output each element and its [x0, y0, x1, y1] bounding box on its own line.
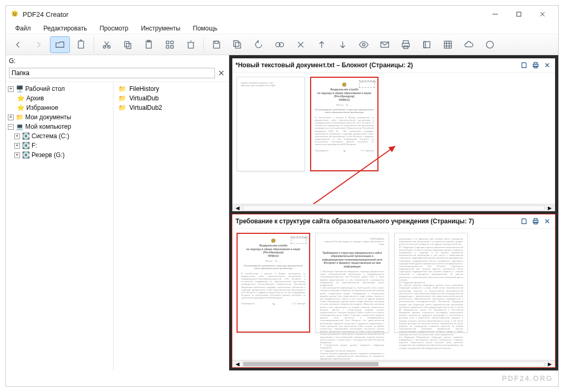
svg-rect-35 [534, 63, 537, 65]
minimize-button[interactable] [483, 7, 507, 22]
list-item[interactable]: 📁VirtualDub [117, 94, 225, 103]
svg-rect-14 [166, 41, 169, 44]
left-panel: G: +🖥️Рабочий стол ⭐Архив ⭐Избранное +📁М… [6, 55, 229, 370]
svg-point-0 [12, 11, 18, 17]
back-button[interactable] [8, 36, 28, 53]
preview-button[interactable] [354, 36, 374, 53]
svg-rect-10 [125, 42, 129, 47]
doc1-body[interactable]: Кирилл котировал документ листДоступен д… [232, 73, 555, 204]
doc1-title: *Новый текстовый документ.txt – Блокнот … [235, 61, 413, 69]
tree-desktop[interactable]: +🖥️Рабочий стол [7, 84, 112, 94]
doc1-close-icon[interactable] [542, 60, 552, 70]
forward-button[interactable] [29, 36, 49, 53]
svg-point-21 [363, 43, 365, 46]
stamp-icon: ЗАРЕГИСТРИРОВАНО [291, 236, 306, 244]
up-button[interactable] [312, 36, 332, 53]
ring-button[interactable] [480, 36, 500, 53]
svg-rect-26 [424, 42, 430, 48]
svg-rect-11 [127, 43, 131, 48]
maximize-button[interactable] [507, 7, 530, 22]
copy-button[interactable] [118, 36, 138, 53]
tree-mycomp[interactable]: −💻Мой компьютер [7, 122, 112, 131]
document-pane-2: Требование к структуре сайта образовател… [232, 214, 555, 367]
svg-rect-18 [215, 41, 219, 43]
svg-rect-28 [444, 41, 451, 48]
svg-rect-4 [517, 12, 521, 16]
doc2-save-icon[interactable] [519, 216, 529, 226]
doc2-head: Требование к структуре сайта образовател… [232, 214, 555, 229]
svg-rect-25 [404, 46, 408, 48]
list-item[interactable]: 📁FileHistory [117, 84, 225, 94]
doc1-scrollbar[interactable]: ◄ ► [232, 204, 555, 211]
scroll-right-icon[interactable]: ► [547, 360, 553, 368]
window-controls [483, 7, 554, 22]
menu-edit[interactable]: Редактировать [38, 24, 93, 33]
list-item[interactable]: 📁VirtualDub2 [117, 103, 225, 112]
svg-rect-7 [78, 41, 84, 48]
menu-tools[interactable]: Инструменты [136, 24, 186, 33]
tree-reserve-g[interactable]: +💽Резерв (G:) [7, 150, 112, 160]
print-button[interactable] [396, 36, 416, 53]
svg-rect-39 [534, 219, 537, 221]
doc1-page-2[interactable]: ЗАРЕГИСТРИРОВАНО Федеральная службапо на… [310, 77, 378, 171]
doc2-print-icon[interactable] [531, 216, 540, 226]
doc2-scrollbar[interactable]: ◄ ► [232, 360, 555, 367]
tree-system-c[interactable]: +💽Система (C:) [7, 131, 112, 141]
save-button[interactable] [207, 36, 227, 53]
doc2-page-2[interactable]: УТВЕРЖДЕНЫприказом Рособрнадзора по надз… [315, 233, 389, 333]
doc2-title: Требование к структуре сайта образовател… [235, 218, 474, 225]
scroll-left-icon[interactable]: ◄ [234, 204, 241, 212]
rotate-left-button[interactable] [249, 36, 269, 53]
fax-button[interactable] [417, 36, 437, 53]
window-title: PDF24 Creator [23, 11, 68, 18]
doc1-save-icon[interactable] [519, 60, 529, 70]
cancel-button[interactable] [291, 36, 311, 53]
svg-rect-16 [166, 45, 169, 48]
close-button[interactable] [530, 7, 554, 22]
grid-button[interactable] [160, 36, 180, 53]
down-button[interactable] [333, 36, 353, 53]
menu-file[interactable]: Файл [10, 24, 36, 33]
app-icon [10, 9, 19, 20]
svg-rect-15 [171, 41, 173, 44]
menu-view[interactable]: Просмотр [94, 24, 134, 33]
app-window: PDF24 Creator Файл Редактировать Просмот… [5, 5, 559, 387]
main-area: G: +🖥️Рабочий стол ⭐Архив ⭐Избранное +📁М… [6, 55, 558, 370]
paste-button[interactable] [139, 36, 159, 53]
folder-dropdown[interactable] [9, 68, 215, 78]
tree-archive[interactable]: ⭐Архив [7, 94, 112, 103]
folder-tree[interactable]: +🖥️Рабочий стол ⭐Архив ⭐Избранное +📁Мои … [6, 82, 114, 370]
close-icon[interactable] [217, 69, 225, 77]
rotate-both-button[interactable] [270, 36, 290, 53]
doc2-page-3[interactable]: организации о ее филиалах при наличии ме… [394, 233, 468, 333]
new-button[interactable] [71, 36, 91, 53]
cloud-button[interactable] [459, 36, 479, 53]
save-all-button[interactable] [228, 36, 248, 53]
grid2-button[interactable] [438, 36, 458, 53]
document-pane-1: *Новый текстовый документ.txt – Блокнот … [232, 58, 555, 211]
path-label: G: [6, 55, 229, 67]
doc2-close-icon[interactable] [542, 216, 552, 226]
scroll-left-icon[interactable]: ◄ [234, 360, 241, 368]
doc2-page-1[interactable]: ЗАРЕГИСТРИРОВАНО Федеральная службапо на… [237, 233, 310, 333]
tree-favorites[interactable]: ⭐Избранное [7, 103, 112, 112]
tree-mydocs[interactable]: +📁Мои документы [7, 112, 112, 122]
doc1-head: *Новый текстовый документ.txt – Блокнот … [232, 58, 555, 73]
delete-button[interactable] [181, 36, 201, 53]
stamp-icon: ЗАРЕГИСТРИРОВАНО [359, 80, 375, 88]
doc2-body[interactable]: ЗАРЕГИСТРИРОВАНО Федеральная службапо на… [232, 229, 555, 360]
menu-help[interactable]: Помощь [188, 24, 222, 33]
cut-button[interactable] [97, 36, 117, 53]
svg-point-1 [13, 13, 14, 14]
scroll-right-icon[interactable]: ► [547, 204, 553, 212]
svg-point-2 [15, 13, 16, 14]
open-button[interactable] [50, 36, 70, 53]
folder-list[interactable]: 📁FileHistory 📁VirtualDub 📁VirtualDub2 [114, 82, 229, 370]
toolbar [6, 34, 558, 55]
menubar: Файл Редактировать Просмотр Инструменты … [6, 23, 558, 34]
doc1-page-1[interactable]: Кирилл котировал документ листДоступен д… [237, 77, 305, 171]
doc1-print-icon[interactable] [531, 60, 540, 70]
tree-drive-f[interactable]: +💽F: [7, 141, 112, 150]
mail-button[interactable] [375, 36, 395, 53]
document-area: *Новый текстовый документ.txt – Блокнот … [229, 55, 558, 370]
